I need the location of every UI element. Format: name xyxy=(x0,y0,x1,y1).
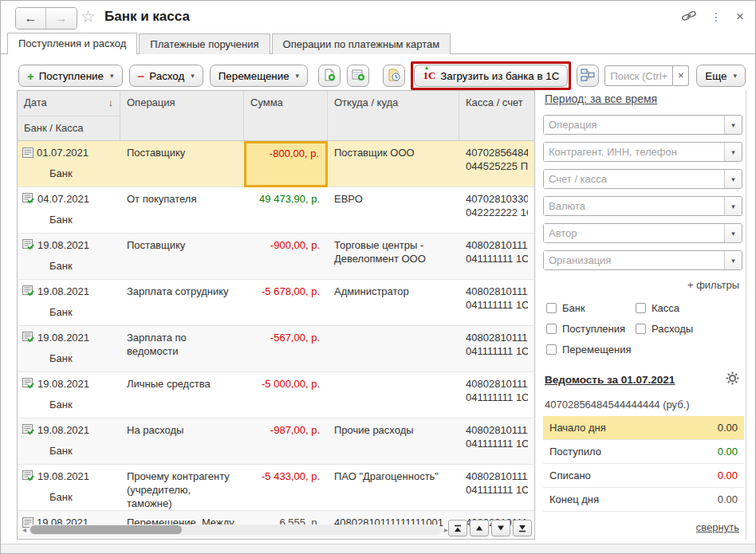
filter-counterparty: ▾ xyxy=(543,142,742,162)
transfer-button[interactable]: Перемещение ▾ xyxy=(210,65,308,87)
table-row[interactable]: 01.07.2021Банк Поставщику -800,00, р. По… xyxy=(18,141,534,187)
back-button[interactable]: ← xyxy=(16,8,46,29)
document-unposted-icon xyxy=(22,147,33,161)
document-posted-icon xyxy=(22,470,34,485)
forward-button[interactable]: → xyxy=(46,8,77,29)
chevron-down-icon[interactable]: ▾ xyxy=(724,116,742,134)
planned-payment-button[interactable] xyxy=(383,65,405,87)
table-row[interactable]: 04.07.2021Банк От покупателя 49 473,90, … xyxy=(18,187,534,234)
row-navigation xyxy=(448,520,532,536)
receipts-checkbox[interactable] xyxy=(546,324,557,334)
chevron-down-icon[interactable]: ▾ xyxy=(724,224,742,242)
window-footer xyxy=(1,544,755,553)
create-document-button[interactable] xyxy=(318,65,341,87)
author-filter-input[interactable] xyxy=(544,224,724,242)
minus-icon: − xyxy=(138,69,145,83)
filter-organization: ▾ xyxy=(543,250,742,270)
summary-row-end: Конец дня0.00 xyxy=(543,488,744,512)
tab-receipts-expense[interactable]: Поступления и расход xyxy=(7,33,137,54)
load-from-bank-button[interactable]: 1С Загрузить из банка в 1С xyxy=(414,65,568,87)
highlight-frame: 1С Загрузить из банка в 1С xyxy=(411,61,571,90)
table-body: 01.07.2021Банк Поставщику -800,00, р. По… xyxy=(18,141,534,540)
checkbox-bank: Банк xyxy=(546,302,585,314)
go-previous-button[interactable] xyxy=(470,520,489,536)
search-clear-icon[interactable]: × xyxy=(673,65,689,86)
expense-button[interactable]: − Расход ▾ xyxy=(129,65,203,87)
chevron-down-icon[interactable]: ▾ xyxy=(724,197,742,215)
chevron-down-icon: ▾ xyxy=(733,72,737,80)
selected-cell[interactable]: -800,00, р. xyxy=(244,141,328,187)
organization-filter-input[interactable] xyxy=(544,251,724,269)
table-row[interactable]: 19.08.2021Банк Поставщику -900,00, р. То… xyxy=(18,234,534,280)
filter-author: ▾ xyxy=(543,223,742,243)
table-row[interactable]: 19.08.2021Банк Прочему контрагенту (учре… xyxy=(18,465,534,511)
go-next-button[interactable] xyxy=(491,520,510,536)
history-nav: ← → xyxy=(15,7,77,29)
search-input[interactable] xyxy=(604,65,673,86)
go-first-button[interactable] xyxy=(448,520,467,536)
account-filter-input[interactable] xyxy=(544,170,724,188)
close-icon[interactable]: × xyxy=(736,9,744,25)
create-based-on-button[interactable] xyxy=(347,65,369,87)
operation-filter-input[interactable] xyxy=(544,116,724,134)
period-link[interactable]: Период: за все время xyxy=(545,92,657,105)
document-posted-icon xyxy=(22,424,34,438)
document-posted-icon xyxy=(22,332,34,346)
go-last-button[interactable] xyxy=(513,520,532,536)
column-header-cash-account[interactable]: Касса / счет xyxy=(459,91,534,140)
statement-link[interactable]: Ведомость за 01.07.2021 xyxy=(545,374,675,386)
gear-icon[interactable] xyxy=(726,371,739,387)
chevron-down-icon[interactable]: ▾ xyxy=(724,251,742,269)
document-structure-button[interactable] xyxy=(577,65,599,87)
table-row[interactable]: 19.08.2021Банк Личные средства -5 000,00… xyxy=(18,372,534,418)
cash-checkbox[interactable] xyxy=(636,303,646,313)
table-row[interactable]: 19.08.2021Банк Зарплата по ведомости -56… xyxy=(18,326,534,372)
transfers-checkbox[interactable] xyxy=(546,344,557,355)
horizontal-scrollbar[interactable]: ◂ ▸ xyxy=(20,524,451,535)
app-window: ← → ☆ Банк и касса ⋮ × Поступления и рас… xyxy=(0,0,756,554)
currency-filter-input[interactable] xyxy=(544,197,724,215)
counterparty-filter-input[interactable] xyxy=(544,143,724,161)
tab-bar: Поступления и расход Платежные поручения… xyxy=(7,33,451,54)
table-row[interactable]: 19.08.2021Банк На расходы -987,00, р. Пр… xyxy=(18,418,534,465)
checkbox-cash: Касса xyxy=(636,302,679,314)
toolbar: + Поступление ▾ − Расход ▾ Перемещение ▾ xyxy=(18,61,746,90)
checkbox-transfers: Перемещения xyxy=(546,344,631,356)
chevron-down-icon[interactable]: ▾ xyxy=(724,170,742,188)
collapse-link[interactable]: свернуть xyxy=(696,521,739,533)
scroll-left-icon[interactable]: ◂ xyxy=(20,525,29,534)
plus-icon: + xyxy=(27,69,34,83)
table-header: Дата ↓ Банк / Касса Операция Сумма Откуд… xyxy=(18,91,534,141)
scrollbar-thumb[interactable] xyxy=(30,525,182,534)
scrollbar-track[interactable] xyxy=(29,525,442,535)
column-header-operation[interactable]: Операция xyxy=(120,91,244,140)
link-icon[interactable] xyxy=(682,10,696,24)
more-button[interactable]: Еще ▾ xyxy=(696,65,746,87)
column-header-from-to[interactable]: Откуда / куда xyxy=(328,91,459,140)
receipt-button[interactable]: + Поступление ▾ xyxy=(18,65,123,87)
chevron-down-icon[interactable]: ▾ xyxy=(724,143,742,161)
more-menu-icon[interactable]: ⋮ xyxy=(711,10,722,23)
summary-row-received: Поступило0.00 xyxy=(543,440,744,464)
column-header-bank-cash[interactable]: Банк / Касса xyxy=(18,116,120,141)
filter-panel: Период: за все время ▾ ▾ ▾ ▾ ▾ ▾ + фильт… xyxy=(541,90,746,540)
table-row[interactable]: 19.08.2021Банк Зарплата сотруднику -5 67… xyxy=(18,280,534,326)
statement-account: 40702856484544444444 (руб.) xyxy=(545,399,690,411)
statement-summary: Начало дня0.00 Поступило0.00 Списано0.00… xyxy=(543,416,744,512)
column-header-sum[interactable]: Сумма xyxy=(244,91,328,140)
filter-account: ▾ xyxy=(543,169,742,189)
document-clock-icon xyxy=(388,69,400,84)
add-filters-link[interactable]: + фильтры xyxy=(687,279,739,291)
chevron-down-icon: ▾ xyxy=(296,72,300,80)
summary-row-written-off: Списано0.00 xyxy=(543,464,744,488)
bank-checkbox[interactable] xyxy=(546,303,557,313)
documents-table: Дата ↓ Банк / Касса Операция Сумма Откуд… xyxy=(17,90,535,540)
favorite-star-icon[interactable]: ☆ xyxy=(81,7,96,26)
tab-payment-orders[interactable]: Платежные поручения xyxy=(139,33,270,54)
tab-card-operations[interactable]: Операции по платежным картам xyxy=(272,33,451,54)
expenses-checkbox[interactable] xyxy=(636,324,646,334)
one-c-logo-icon: 1С xyxy=(423,69,435,82)
filter-currency: ▾ xyxy=(543,196,742,216)
checkbox-expenses: Расходы xyxy=(636,323,693,335)
column-header-date[interactable]: Дата ↓ xyxy=(18,91,120,116)
